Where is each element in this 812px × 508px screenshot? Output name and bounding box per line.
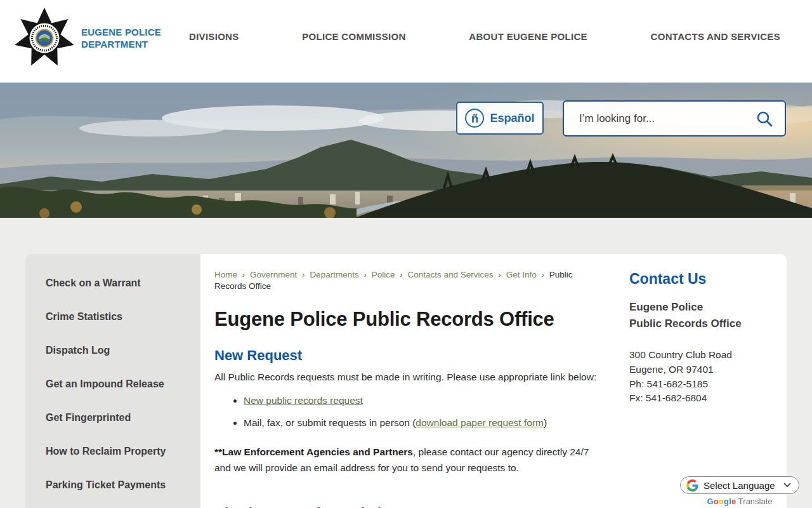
logo-title-line2: DEPARTMENT [81, 39, 161, 51]
new-request-intro: All Public Records requests must be made… [214, 370, 600, 385]
breadcrumb: Home › Government › Departments › Police… [214, 269, 600, 291]
breadcrumb-separator: › [363, 270, 367, 279]
sidebar-item-crime-statistics[interactable]: Crime Statistics [25, 302, 200, 332]
espanol-button[interactable]: ñ Español [456, 102, 544, 135]
page-background: Check on a Warrant Crime Statistics Disp… [0, 218, 812, 508]
contact-panel: Contact Us Eugene Police Public Records … [629, 269, 787, 508]
list-item: Mail, fax, or submit requests in person … [244, 416, 600, 430]
breadcrumb-separator: › [400, 270, 403, 279]
google-wordmark: Google [707, 497, 736, 506]
check-status-heading: Check Status of an Existing Request [214, 505, 600, 508]
mail-fax-text: Mail, fax, or submit requests in person … [244, 417, 416, 428]
logo-title: EUGENE POLICE DEPARTMENT [81, 27, 161, 51]
breadcrumb-police[interactable]: Police [372, 270, 395, 279]
contact-org-line2: Public Records Office [629, 316, 763, 332]
select-language-dropdown[interactable]: Select Language [680, 476, 799, 494]
nav-item-police-commission[interactable]: POLICE COMMISSION [302, 31, 405, 42]
espanol-ntilde-icon: ñ [465, 109, 484, 128]
sidebar-item-check-on-a-warrant[interactable]: Check on a Warrant [25, 268, 200, 298]
law-enforcement-note-bold: **Law Enforcement Agencies and Partners [214, 446, 413, 457]
site-logo[interactable]: EUGENE POLICE DEPARTMENT [13, 4, 161, 74]
sidebar-item-parking-ticket-payments[interactable]: Parking Ticket Payments [25, 470, 200, 500]
select-language-label: Select Language [704, 480, 775, 491]
sidebar-item-get-fingerprinted[interactable]: Get Fingerprinted [25, 403, 200, 433]
download-paper-request-form-link[interactable]: download paper request form [416, 417, 544, 428]
article: Home › Government › Departments › Police… [214, 269, 629, 508]
contact-fax: Fx: 541-682-6804 [629, 391, 763, 406]
content-card: Check on a Warrant Crime Statistics Disp… [25, 254, 787, 508]
google-translate-caption: Google Translate [680, 497, 799, 506]
contact-org-line1: Eugene Police [629, 299, 763, 316]
main-nav: DIVISIONS POLICE COMMISSION ABOUT EUGENE… [189, 0, 780, 73]
main-content: Home › Government › Departments › Police… [200, 254, 787, 508]
breadcrumb-separator: › [242, 270, 246, 279]
espanol-label: Español [490, 112, 534, 125]
site-header: EUGENE POLICE DEPARTMENT DIVISIONS POLIC… [0, 0, 812, 83]
sidebar-item-how-to-reclaim-property[interactable]: How to Reclaim Property [25, 436, 200, 467]
sidebar-item-get-an-impound-release[interactable]: Get an Impound Release [25, 369, 200, 399]
contact-address: 300 Country Club Road Eugene, OR 97401 P… [629, 348, 763, 406]
breadcrumb-government[interactable]: Government [250, 270, 297, 279]
law-enforcement-note: **Law Enforcement Agencies and Partners,… [214, 444, 600, 475]
translate-wordmark: Translate [738, 497, 773, 506]
breadcrumb-get-info[interactable]: Get Info [506, 270, 537, 279]
breadcrumb-separator: › [498, 270, 501, 279]
sidebar-item-dispatch-log[interactable]: Dispatch Log [25, 335, 200, 366]
nav-item-divisions[interactable]: DIVISIONS [189, 31, 239, 42]
new-request-heading: New Request [214, 347, 600, 364]
nav-item-contacts-and-services[interactable]: CONTACTS AND SERVICES [651, 31, 780, 42]
breadcrumb-separator: › [541, 270, 544, 279]
google-g-icon [686, 479, 698, 491]
page-title: Eugene Police Public Records Office [214, 308, 600, 331]
search-input[interactable] [579, 112, 756, 125]
contact-address-line1: 300 Country Club Road [629, 348, 763, 363]
breadcrumb-departments[interactable]: Departments [310, 270, 358, 279]
request-options-list: New public records request Mail, fax, or… [244, 394, 600, 429]
contact-phone: Ph: 541-682-5185 [629, 377, 763, 392]
mail-fax-text-suffix: ) [544, 417, 547, 428]
police-badge-icon [13, 4, 76, 74]
chevron-down-icon [783, 483, 791, 488]
search-icon[interactable] [756, 110, 773, 128]
google-translate-widget: Select Language Google Translate [680, 476, 799, 506]
list-item: New public records request [244, 394, 600, 408]
sidebar-nav: Check on a Warrant Crime Statistics Disp… [25, 254, 200, 508]
nav-item-about-eugene-police[interactable]: ABOUT EUGENE POLICE [469, 31, 587, 42]
logo-title-line1: EUGENE POLICE [81, 27, 161, 39]
breadcrumb-contacts-and-services[interactable]: Contacts and Services [408, 270, 494, 279]
contact-org: Eugene Police Public Records Office [629, 299, 763, 331]
breadcrumb-home[interactable]: Home [214, 270, 237, 279]
site-search [563, 100, 786, 137]
contact-us-heading: Contact Us [629, 271, 763, 288]
breadcrumb-separator: › [302, 270, 305, 279]
hero-banner: ñ Español [0, 83, 812, 218]
contact-address-line2: Eugene, OR 97401 [629, 363, 763, 377]
new-public-records-request-link[interactable]: New public records request [244, 395, 363, 406]
